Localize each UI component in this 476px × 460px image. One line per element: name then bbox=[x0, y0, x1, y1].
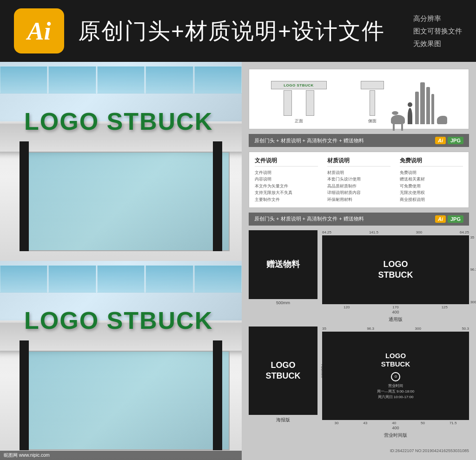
glass-panel-b5 bbox=[194, 265, 242, 293]
version-universal-label: 通用版 bbox=[322, 316, 469, 323]
photo-top: LOGO STBUCK bbox=[0, 62, 242, 261]
sign-front-view: LOGO STBUCK 正面 bbox=[271, 81, 327, 124]
bh-clock-icon: ⊙ bbox=[391, 372, 400, 381]
info-bar-2-text: 原创门头 + 材质说明 + 高清制作文件 + 赠送物料 bbox=[254, 215, 364, 222]
sign-side-pillar bbox=[370, 90, 375, 116]
glass-panel-5 bbox=[194, 66, 242, 94]
deer-silhouette bbox=[437, 116, 447, 124]
sign-side-label: 侧面 bbox=[368, 118, 377, 124]
poster-card: LOGOSTBUCK bbox=[249, 327, 317, 415]
building-glass-panels-2 bbox=[0, 265, 242, 293]
info-bar-1-text: 原创门头 + 材质说明 + 高清制作文件 + 赠送物料 bbox=[254, 137, 364, 144]
business-hours-card: LOGOSTBUCK ⊙ 营业时间周一—周五 9:00-18:00周六周日 10… bbox=[322, 332, 469, 420]
desc-col-2-text: 材质说明本套门头设计使用高品质材质制作详细说明材质内容环保耐用材料 bbox=[327, 169, 390, 203]
store-glass-bottom bbox=[24, 351, 230, 450]
sign-pillars bbox=[284, 90, 314, 116]
logo-card-universal: LOGOSTBUCK bbox=[322, 235, 469, 304]
sign-side-view: 侧面 bbox=[361, 81, 384, 124]
zebra-silhouette bbox=[391, 115, 405, 124]
store-column-left-bottom bbox=[20, 340, 29, 450]
store-logo-top: LOGO STBUCK bbox=[24, 107, 213, 135]
poster-text: LOGOSTBUCK bbox=[266, 360, 301, 382]
trees-silhouette bbox=[415, 82, 434, 124]
info-bar-2-icons: Ai JPG bbox=[435, 215, 463, 223]
desc-col-2-title: 材质说明 bbox=[327, 157, 390, 167]
cards-section: 赠送物料 500mm 64.25 141.5 300 64.25 LOGOSTB… bbox=[249, 230, 469, 443]
store-column-right-top bbox=[213, 141, 222, 251]
info-bar-1-icons: Ai JPG bbox=[435, 137, 463, 144]
ai-label: Ai bbox=[27, 19, 51, 44]
header-title: 原创门头+材质说明+设计文件 bbox=[78, 16, 399, 46]
glass-panel-4 bbox=[145, 66, 193, 94]
store-column-right-bottom bbox=[213, 340, 222, 450]
ai-badge-2: Ai bbox=[435, 215, 446, 223]
ai-badge-1: Ai bbox=[435, 137, 446, 144]
glass-panel-2 bbox=[48, 66, 96, 94]
building-glass-panels bbox=[0, 66, 242, 94]
main-content: LOGO STBUCK LOGO STBUCK 昵图网 www.nipic.co… bbox=[0, 62, 476, 460]
tree-2 bbox=[420, 82, 425, 124]
sign-diagram: LOGO STBUCK 正面 侧面 bbox=[249, 69, 469, 129]
logo-card-text: LOGOSTBUCK bbox=[378, 259, 413, 281]
store-logo-bottom: LOGO STBUCK bbox=[24, 307, 213, 334]
desc-col-2: 材质说明 材质说明本套门头设计使用高品质材质制作详细说明材质内容环保耐用材料 bbox=[327, 157, 390, 203]
glass-panel-b2 bbox=[48, 265, 96, 293]
sign-pillar-left bbox=[284, 90, 292, 116]
right-panel: LOGO STBUCK 正面 侧面 bbox=[242, 62, 476, 460]
side-view-group: 侧面 bbox=[361, 81, 447, 124]
photo-bottom: LOGO STBUCK 昵图网 www.nipic.com bbox=[0, 261, 242, 460]
bh-logo: LOGOSTBUCK bbox=[381, 352, 410, 368]
desc-col-1-text: 文件说明内容说明本文件为矢量文件支持无限放大不失真主要制作文件 bbox=[255, 169, 318, 203]
id-bar: ID:26422107 NO:20190424162553031085 bbox=[249, 448, 469, 453]
ai-icon-box: Ai bbox=[14, 8, 64, 53]
header-right-info: 高分辨率 图文可替换文件 无效果图 bbox=[413, 12, 462, 50]
store-column-left-top bbox=[20, 141, 29, 251]
left-panel: LOGO STBUCK LOGO STBUCK 昵图网 www.nipic.co… bbox=[0, 62, 242, 460]
desc-col-3-title: 免费说明 bbox=[400, 157, 463, 167]
glass-panel-b1 bbox=[0, 265, 47, 293]
person-head bbox=[408, 102, 412, 107]
jpg-badge-1: JPG bbox=[448, 137, 463, 144]
tree-1 bbox=[415, 92, 419, 124]
info-bar-2: 原创门头 + 材质说明 + 高清制作文件 + 赠送物料 Ai JPG bbox=[249, 213, 469, 226]
person-silhouette bbox=[408, 108, 412, 124]
glass-panel-3 bbox=[97, 66, 145, 94]
sign-pillar-right bbox=[306, 90, 314, 116]
info-bar-1: 原创门头 + 材质说明 + 高清制作文件 + 赠送物料 Ai JPG bbox=[249, 134, 469, 147]
description-box: 文件说明 文件说明内容说明本文件为矢量文件支持无限放大不失真主要制作文件 材质说… bbox=[249, 152, 469, 208]
tree-4 bbox=[431, 94, 434, 124]
sign-top-bar: LOGO STBUCK bbox=[271, 81, 327, 89]
nipic-watermark: 昵图网 www.nipic.com bbox=[0, 451, 242, 460]
glass-panel-1 bbox=[0, 66, 47, 94]
desc-col-3: 免费说明 免费说明赠送相关素材可免费使用无限次使用权商业授权说明 bbox=[400, 157, 463, 203]
cards-row-2: LOGOSTBUCK 700mm 海报版 35 96.3 300 50.3 LO… bbox=[249, 327, 469, 439]
tree-3 bbox=[426, 87, 430, 124]
glass-panel-b4 bbox=[145, 265, 193, 293]
gift-card: 赠送物料 bbox=[249, 230, 317, 299]
bh-hours-text: 营业时间周一—周五 9:00-18:00周六周日 10:00-17:00 bbox=[377, 383, 414, 400]
poster-label: 海报版 bbox=[276, 417, 290, 423]
store-glass-top bbox=[24, 152, 230, 251]
jpg-badge-2: JPG bbox=[448, 215, 463, 223]
dim-500mm: 500mm bbox=[276, 300, 290, 305]
desc-col-1: 文件说明 文件说明内容说明本文件为矢量文件支持无限放大不失真主要制作文件 bbox=[255, 157, 318, 203]
header: Ai 原创门头+材质说明+设计文件 高分辨率 图文可替换文件 无效果图 bbox=[0, 0, 476, 62]
sign-side-box bbox=[361, 81, 384, 89]
cards-row-1: 赠送物料 500mm 64.25 141.5 300 64.25 LOGOSTB… bbox=[249, 230, 469, 323]
sign-front-label: 正面 bbox=[295, 118, 303, 124]
business-label: 营业时间版 bbox=[322, 432, 469, 439]
desc-col-3-text: 免费说明赠送相关素材可免费使用无限次使用权商业授权说明 bbox=[400, 169, 463, 203]
glass-panel-b3 bbox=[97, 265, 145, 293]
gift-label: 赠送物料 bbox=[266, 259, 300, 270]
desc-col-1-title: 文件说明 bbox=[255, 157, 318, 167]
